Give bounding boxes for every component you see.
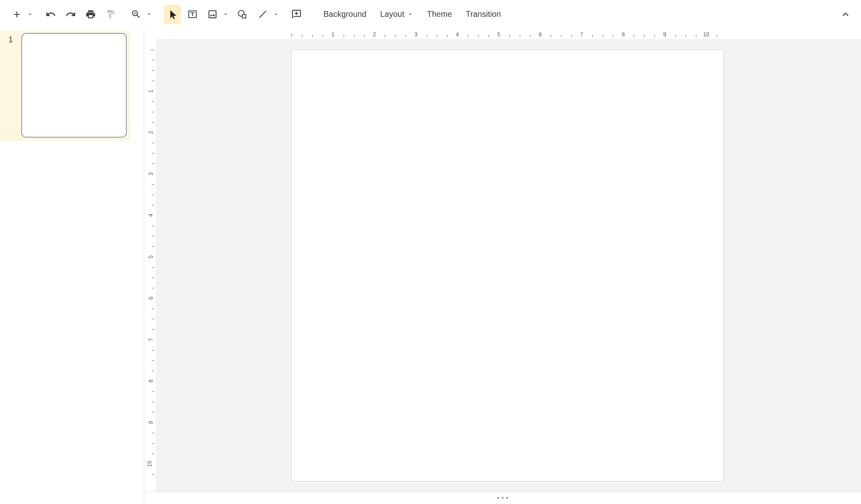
slide-number: 1: [0, 31, 21, 141]
ruler-tick: [152, 453, 154, 454]
ruler-tick: [426, 35, 427, 37]
layout-button[interactable]: Layout: [373, 4, 420, 24]
insert-image-combo: [204, 5, 230, 24]
ruler-tick: [152, 350, 154, 351]
ruler-number: 6: [539, 32, 542, 37]
new-slide-button[interactable]: [8, 5, 25, 24]
ruler-tick: [152, 70, 154, 71]
print-button[interactable]: [82, 5, 99, 24]
ruler-number: 1: [149, 89, 154, 92]
handle-dot: [497, 497, 499, 499]
layout-label: Layout: [380, 10, 404, 19]
ruler-tick: [152, 360, 154, 361]
zoom-caret[interactable]: [145, 5, 153, 24]
ruler-tick: [152, 143, 154, 143]
ruler-tick: [152, 163, 154, 164]
ruler-tick: [395, 35, 396, 37]
ruler-tick: [696, 35, 697, 37]
theme-button[interactable]: Theme: [420, 4, 459, 24]
background-button[interactable]: Background: [317, 4, 373, 24]
ruler-number: 9: [149, 421, 154, 424]
ruler-tick: [405, 35, 406, 37]
ruler-tick: [509, 35, 510, 37]
ruler-tick: [312, 35, 313, 37]
ruler-number: 8: [622, 32, 625, 37]
ruler-tick: [152, 288, 154, 288]
ruler-number: 5: [149, 255, 154, 258]
ruler-tick: [603, 35, 603, 37]
chevron-down-icon: [223, 11, 228, 17]
paint-roller-icon: [106, 9, 116, 19]
ruler-tick: [152, 402, 154, 402]
ruler-tick: [364, 35, 365, 37]
undo-icon: [45, 9, 56, 20]
ruler-number: 7: [580, 32, 583, 37]
ruler-tick: [447, 35, 448, 37]
ruler-tick: [291, 33, 292, 37]
ruler-number: 2: [149, 131, 154, 134]
new-slide-caret[interactable]: [25, 5, 34, 24]
zoom-button[interactable]: [127, 5, 145, 24]
undo-button[interactable]: [42, 5, 59, 24]
slide-thumbnail-row[interactable]: 1: [0, 31, 130, 141]
ruler-number: 6: [149, 297, 154, 300]
ruler-tick: [488, 35, 489, 37]
transition-label: Transition: [466, 10, 501, 19]
ruler-tick: [152, 195, 154, 195]
ruler-tick: [152, 246, 154, 247]
ruler-tick: [152, 277, 154, 278]
new-slide-combo: [8, 5, 34, 24]
ruler-tick: [152, 474, 154, 475]
insert-image-button[interactable]: [204, 5, 221, 24]
zoom-combo: [127, 5, 153, 24]
ruler-tick: [152, 60, 154, 61]
ruler-tick: [152, 205, 154, 206]
image-icon: [207, 9, 218, 20]
insert-image-caret[interactable]: [221, 5, 230, 24]
redo-button[interactable]: [62, 5, 79, 24]
ruler-tick: [302, 35, 302, 37]
ruler-tick: [644, 35, 645, 37]
handle-dot: [502, 497, 503, 499]
insert-comment-button[interactable]: [288, 5, 305, 24]
text-box-button[interactable]: [184, 5, 201, 24]
notes-drag-handle[interactable]: [494, 495, 511, 501]
slide-canvas[interactable]: [291, 50, 724, 481]
ruler-tick: [152, 433, 154, 434]
ruler-tick: [468, 35, 468, 37]
ruler-number: 4: [149, 214, 154, 217]
ruler-tick: [634, 35, 634, 37]
toolbar: Background Layout Theme Transition: [0, 0, 861, 29]
speaker-notes-bar: [144, 491, 861, 504]
redo-icon: [65, 9, 76, 20]
slide-thumbnail[interactable]: [21, 33, 127, 138]
ruler-tick: [152, 267, 154, 268]
ruler-tick: [613, 35, 614, 37]
paint-format-button[interactable]: [102, 5, 119, 24]
ruler-tick: [675, 35, 676, 37]
ruler-tick: [520, 35, 520, 37]
ruler-number: 1: [331, 32, 334, 37]
ruler-tick: [150, 50, 154, 50]
canvas-area: [156, 39, 861, 491]
plus-icon: [12, 9, 22, 20]
chevron-up-icon: [840, 9, 851, 20]
insert-line-button[interactable]: [254, 5, 271, 24]
insert-line-combo: [254, 5, 280, 24]
ruler-tick: [152, 122, 154, 123]
ruler-number: 7: [149, 338, 154, 341]
theme-label: Theme: [427, 10, 452, 19]
ruler-tick: [478, 35, 479, 37]
chevron-down-icon: [407, 11, 413, 17]
insert-line-caret[interactable]: [271, 5, 280, 24]
select-tool-button[interactable]: [164, 5, 181, 24]
ruler-tick: [530, 35, 531, 37]
horizontal-ruler: 12345678910: [144, 29, 861, 39]
ruler-tick: [561, 35, 562, 37]
ruler-tick: [592, 35, 593, 37]
insert-shape-button[interactable]: [233, 5, 251, 24]
ruler-tick: [152, 412, 154, 413]
collapse-menus-button[interactable]: [837, 5, 854, 24]
ruler-tick: [152, 101, 154, 102]
transition-button[interactable]: Transition: [459, 4, 508, 24]
